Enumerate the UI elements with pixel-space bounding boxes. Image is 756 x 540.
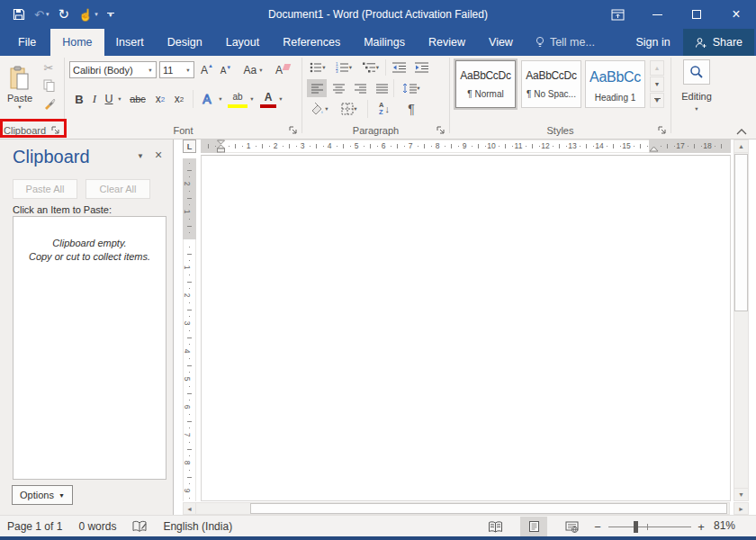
sort-button[interactable]: AZ ↓ — [373, 99, 396, 118]
style-heading1[interactable]: AaBbCc Heading 1 — [585, 60, 645, 108]
font-size-caret[interactable]: ▾ — [183, 67, 194, 74]
tab-home[interactable]: Home — [50, 29, 104, 56]
scroll-up-icon[interactable]: ▲ — [734, 140, 749, 153]
align-right-button[interactable] — [350, 79, 370, 97]
tab-file[interactable]: File — [4, 29, 50, 56]
share-button[interactable]: Share — [683, 29, 754, 56]
vertical-scroll-thumb[interactable] — [734, 154, 748, 311]
line-spacing-button[interactable]: ▾ — [398, 79, 425, 97]
horizontal-ruler[interactable]: 1234567891011121314151718 — [183, 140, 730, 153]
touch-mode-caret[interactable]: ▾ — [94, 11, 98, 18]
decrease-indent-button[interactable] — [389, 59, 409, 76]
styles-scroll-up-icon[interactable]: ▲ — [650, 60, 664, 76]
scroll-down-icon[interactable]: ▼ — [734, 488, 749, 501]
clear-all-button[interactable]: Clear All — [86, 179, 150, 199]
web-layout-icon[interactable] — [558, 517, 585, 536]
minimize-button[interactable] — [637, 0, 677, 29]
copy-icon[interactable] — [40, 77, 58, 94]
shading-button[interactable]: ▾ — [307, 100, 332, 118]
borders-button[interactable]: ▾ — [336, 100, 363, 118]
tab-review[interactable]: Review — [417, 29, 477, 56]
language-indicator[interactable]: English (India) — [163, 520, 232, 533]
tab-mailings[interactable]: Mailings — [352, 29, 417, 56]
read-mode-icon[interactable] — [482, 517, 508, 536]
highlight-caret[interactable]: ▾ — [248, 90, 256, 108]
undo-dropdown-caret[interactable]: ▾ — [46, 11, 50, 18]
underline-button[interactable]: U — [103, 90, 115, 108]
zoom-slider-track[interactable] — [608, 526, 691, 527]
tab-design[interactable]: Design — [156, 29, 214, 56]
font-dialog-launcher-icon[interactable] — [289, 126, 298, 135]
print-layout-icon[interactable] — [520, 517, 547, 536]
proofing-icon[interactable] — [132, 520, 147, 533]
tab-layout[interactable]: Layout — [214, 29, 272, 56]
save-icon[interactable] — [13, 0, 25, 29]
font-name-caret[interactable]: ▾ — [145, 67, 156, 74]
maximize-button[interactable] — [677, 0, 716, 29]
increase-indent-button[interactable] — [411, 59, 431, 76]
align-left-button[interactable] — [307, 79, 327, 97]
style-no-spacing[interactable]: AaBbCcDc ¶ No Spac... — [521, 60, 581, 108]
undo-icon[interactable]: ↶▾ — [34, 0, 49, 29]
touch-mode-icon[interactable]: ☝▾ — [78, 0, 98, 29]
numbering-button[interactable]: 123▾ — [332, 59, 356, 76]
grow-font-button[interactable]: A▲ — [199, 61, 215, 78]
shrink-font-button[interactable]: A▼ — [218, 63, 234, 78]
change-case-button[interactable]: Aa▾ — [241, 61, 265, 78]
underline-caret[interactable]: ▾ — [115, 90, 124, 108]
italic-button[interactable]: I — [89, 90, 100, 108]
show-hide-pilcrow-button[interactable]: ¶ — [401, 99, 421, 118]
indent-marker-icon[interactable] — [216, 140, 226, 153]
font-name-combo[interactable]: Calibri (Body) ▾ — [69, 61, 157, 78]
scroll-left-icon[interactable]: ◄ — [183, 502, 196, 515]
styles-dialog-launcher-icon[interactable] — [658, 126, 667, 135]
scroll-right-icon[interactable]: ► — [734, 502, 749, 515]
clear-formatting-button[interactable]: A — [274, 61, 292, 78]
editing-caret[interactable]: ▾ — [671, 104, 722, 113]
customize-qat-icon[interactable]: ▾ — [107, 0, 114, 29]
text-effects-button[interactable]: A — [197, 89, 217, 108]
bold-button[interactable]: B — [72, 90, 86, 108]
paste-button[interactable]: Paste ▾ — [4, 58, 36, 118]
sign-in-button[interactable]: Sign in — [623, 29, 682, 56]
font-color-button[interactable]: A — [260, 89, 276, 108]
justify-button[interactable] — [372, 79, 392, 97]
tab-view[interactable]: View — [477, 29, 525, 56]
vertical-ruler[interactable]: 21123456789 — [183, 155, 196, 501]
paragraph-dialog-launcher-icon[interactable] — [436, 126, 446, 135]
find-button[interactable] — [683, 59, 710, 85]
superscript-button[interactable]: x2 — [170, 90, 188, 108]
paste-all-button[interactable]: Paste All — [13, 179, 77, 199]
strikethrough-button[interactable]: abc — [126, 90, 149, 108]
zoom-out-icon[interactable]: − — [590, 517, 605, 536]
multilevel-list-button[interactable]: ▾ — [359, 59, 382, 76]
close-button[interactable]: × — [716, 0, 756, 29]
page-indicator[interactable]: Page 1 of 1 — [7, 520, 62, 533]
tell-me-box[interactable]: Tell me... — [525, 29, 606, 56]
subscript-button[interactable]: x2 — [151, 90, 169, 108]
styles-scroll-down-icon[interactable]: ▼ — [650, 76, 664, 92]
collapse-ribbon-icon[interactable] — [736, 129, 747, 135]
horizontal-scroll-thumb[interactable] — [250, 503, 727, 514]
format-painter-icon[interactable] — [40, 95, 58, 112]
zoom-percentage[interactable]: 81% — [714, 519, 735, 532]
style-normal[interactable]: AaBbCcDc ¶ Normal — [455, 60, 516, 108]
editing-label[interactable]: Editing — [671, 90, 722, 103]
paste-dropdown-caret[interactable]: ▾ — [18, 104, 21, 111]
font-color-caret[interactable]: ▾ — [276, 90, 285, 108]
pane-options-button[interactable]: Options ▼ — [12, 485, 73, 505]
tab-insert[interactable]: Insert — [104, 29, 156, 56]
clipboard-items-list[interactable]: Clipboard empty. Copy or cut to collect … — [13, 216, 166, 480]
word-count[interactable]: 0 words — [78, 520, 116, 533]
pane-close-icon[interactable]: × — [155, 148, 162, 162]
styles-gallery-more-icon[interactable]: ▼ — [650, 93, 664, 108]
zoom-in-icon[interactable]: + — [694, 517, 708, 536]
document-page[interactable] — [201, 155, 731, 501]
tab-references[interactable]: References — [271, 29, 352, 56]
bullets-button[interactable]: ▾ — [307, 59, 328, 76]
right-indent-marker-icon[interactable] — [649, 146, 659, 152]
repeat-icon[interactable]: ↻ — [58, 0, 69, 29]
highlight-button[interactable]: ab — [228, 89, 248, 108]
font-size-combo[interactable]: 11 ▾ — [159, 61, 194, 78]
text-effects-caret[interactable]: ▾ — [216, 90, 225, 108]
